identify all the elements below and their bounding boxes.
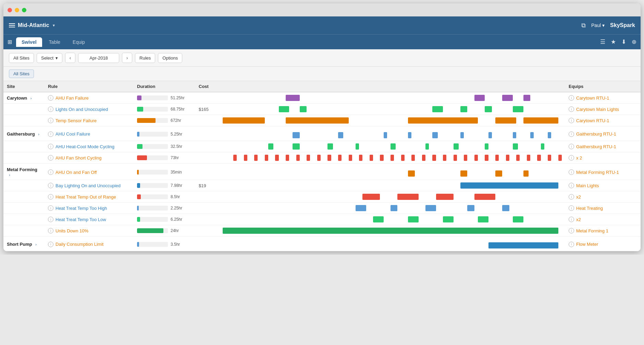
equip-info-icon[interactable]: i [569,228,574,233]
user-menu[interactable]: Paul ▾ [591,23,605,28]
info-icon[interactable]: i [48,242,53,247]
grid-icon[interactable]: ⊞ [8,39,12,45]
rule-link[interactable]: AHU Heat-Cool Mode Cycling [55,144,114,149]
equip-link[interactable]: Carytown Main Lights [576,107,619,112]
equip-info-icon[interactable]: i [569,155,574,161]
prev-month-button[interactable]: ‹ [65,53,75,63]
copy-icon[interactable]: ⧉ [581,22,586,29]
info-icon[interactable]: i [48,155,53,161]
timeline-block [523,95,530,101]
hamburger-icon[interactable] [9,23,15,27]
duration-cell: 5.25hr [134,126,195,141]
options-button[interactable]: Options [158,53,182,63]
list-icon[interactable]: ☰ [600,38,605,46]
equip-link[interactable]: x 2 [576,155,582,161]
timeline-block [233,155,237,161]
timeline-block [362,194,380,200]
equip-cell: i x 2 [565,152,641,164]
timeline-block [506,155,509,161]
duration-bar-wrap [137,118,168,123]
rule-link[interactable]: Temp Sensor Failure [55,118,97,123]
rule-link[interactable]: Lights On and Unoccupied [55,107,108,112]
info-icon[interactable]: i [48,118,53,123]
equip-info-icon[interactable]: i [569,194,574,200]
all-sites-button[interactable]: All Sites [9,53,34,63]
tab-equip[interactable]: Equip [67,37,90,47]
equip-link[interactable]: Metal Forming 1 [576,228,608,233]
rule-link[interactable]: AHU Cool Failure [55,131,90,137]
title-bar [3,3,641,16]
rule-link[interactable]: AHU On and Fan Off [55,170,97,175]
equip-link[interactable]: x2 [576,217,581,222]
timeline-block [464,155,467,161]
rule-link[interactable]: Bay Lighting On and Unoccupied [55,183,121,188]
all-sites-badge[interactable]: All Sites [9,69,34,78]
tab-swivel[interactable]: Swivel [16,37,42,47]
duration-label: 35min [171,170,182,175]
equip-link[interactable]: Carytown RTU-1 [576,95,609,101]
timeline-block [513,106,523,112]
tab-bar: ⊞ Swivel Table Equip ☰ ★ ⬇ ⊕ [3,34,641,49]
info-icon[interactable]: i [48,131,53,137]
rules-button[interactable]: Rules [135,53,155,63]
equip-link[interactable]: Main Lights [576,183,599,188]
main-window: Mid-Atlantic ▾ ⧉ Paul ▾ SkySpark ⊞ Swive… [3,3,641,251]
add-panel-icon[interactable]: ⊕ [632,38,636,46]
timeline-cell [216,92,565,104]
rule-link[interactable]: Heat Treat Temp Out of Range [55,194,116,200]
equip-info-icon[interactable]: i [569,118,574,123]
timeline-block [513,143,518,150]
equip-link[interactable]: Metal Forming RTU-1 [576,170,619,175]
equip-link[interactable]: Carytown RTU-1 [576,118,609,123]
select-button[interactable]: Select ▾ [37,53,62,63]
rule-link[interactable]: Daily Consumption Limit [55,242,103,247]
equip-link[interactable]: Flow Meter [576,242,598,247]
equip-link[interactable]: Gaithersburg RTU-1 [576,131,616,137]
equip-info-icon[interactable]: i [569,144,574,149]
info-icon[interactable]: i [48,183,53,188]
timeline-block [454,143,459,150]
rule-link[interactable]: Heat Treat Temp Too High [55,206,107,211]
info-icon[interactable]: i [48,95,53,101]
site-arrow-icon[interactable]: › [30,96,32,100]
equip-info-icon[interactable]: i [569,169,574,175]
timeline-cell [216,237,565,251]
info-icon[interactable]: i [48,205,53,211]
site-arrow-icon[interactable]: › [9,173,10,177]
site-arrow-icon[interactable]: › [35,242,37,246]
tab-table[interactable]: Table [44,37,66,47]
download-icon[interactable]: ⬇ [621,38,626,46]
equip-info-icon[interactable]: i [569,183,574,188]
equip-info-icon[interactable]: i [569,95,574,101]
timeline-block [485,155,488,161]
maximize-button[interactable] [22,8,26,12]
equip-info-icon[interactable]: i [569,217,574,222]
rule-cell: i AHU On and Fan Off [45,164,134,180]
equip-link[interactable]: x2 [576,194,581,200]
close-button[interactable] [8,8,12,12]
rule-link[interactable]: AHU Fan Failure [55,95,89,101]
equip-info-icon[interactable]: i [569,242,574,247]
equip-info-icon[interactable]: i [569,131,574,137]
info-icon[interactable]: i [48,144,53,149]
star-icon[interactable]: ★ [611,38,616,46]
rule-link[interactable]: AHU Fan Short Cycling [55,155,101,161]
duration-bar [137,132,139,137]
site-arrow-icon[interactable]: › [38,132,39,136]
info-icon[interactable]: i [48,228,53,233]
info-icon[interactable]: i [48,106,53,112]
duration-bar [137,107,143,112]
info-icon[interactable]: i [48,194,53,200]
equip-link[interactable]: Gaithersburg RTU-1 [576,144,616,149]
info-icon[interactable]: i [48,169,53,175]
minimize-button[interactable] [15,8,19,12]
equip-info-icon[interactable]: i [569,106,574,112]
timeline-block [478,216,488,222]
equip-link[interactable]: Heat Treating [576,206,603,211]
rule-link[interactable]: Units Down 10% [55,228,88,233]
info-icon[interactable]: i [48,217,53,222]
equip-info-icon[interactable]: i [569,205,574,211]
next-month-button[interactable]: › [122,53,132,63]
rule-link[interactable]: Heat Treat Temp Too Low [55,217,106,222]
timeline-block [541,143,544,150]
